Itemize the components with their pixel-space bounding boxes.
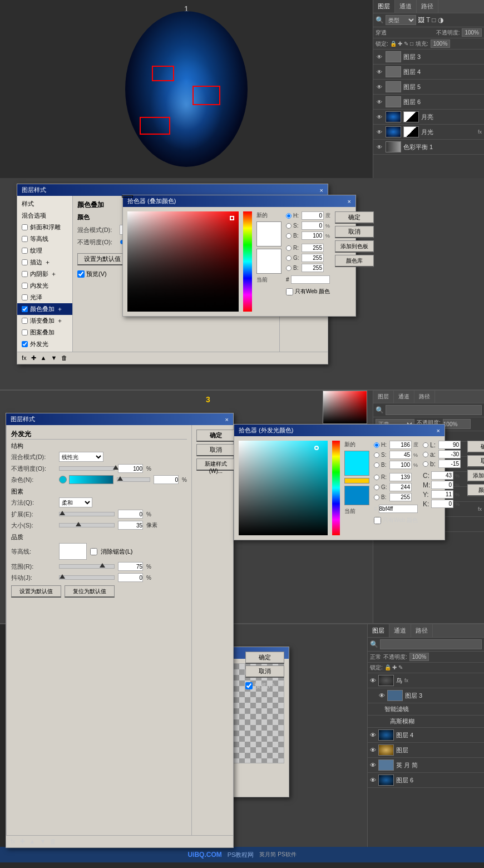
layer-item-6[interactable]: 👁 图层 6 (373, 95, 484, 110)
fx-add[interactable]: ✚ (31, 354, 36, 362)
teal-r-radio[interactable] (374, 475, 379, 480)
visibility-icon[interactable]: 👁 (376, 53, 383, 61)
hex-input[interactable] (291, 275, 330, 284)
teal-y-input[interactable] (431, 490, 453, 499)
layer-item-4[interactable]: 👁 图层 4 (373, 65, 484, 80)
pattern-checkbox[interactable] (22, 329, 28, 336)
og-new-style-button[interactable]: 新建样式(W)... (196, 458, 235, 471)
teal-g-radio[interactable] (374, 485, 379, 490)
visibility-icon[interactable]: 👁 (376, 98, 383, 106)
teal-a-input[interactable] (438, 450, 461, 458)
h-radio[interactable] (286, 213, 292, 219)
color-gradient-area[interactable] (127, 211, 239, 312)
layer4-simple[interactable]: 👁 英 月 简 (368, 758, 484, 773)
r-radio[interactable] (286, 245, 292, 251)
set-default-button[interactable]: 设置为默认值 (77, 253, 127, 265)
vis4-icon[interactable]: 👁 (379, 692, 385, 699)
style-item-contour[interactable]: 等高线 (17, 233, 72, 245)
fx-add2[interactable]: ✚ (20, 838, 25, 845)
og-noise-slider[interactable] (117, 477, 150, 482)
og-range-input[interactable] (118, 562, 143, 571)
og-size-slider[interactable] (59, 523, 115, 527)
color-lib-button[interactable]: 颜色库 (335, 255, 374, 267)
tab-paths4[interactable]: 路径 (411, 624, 433, 637)
add-to-swatches-button[interactable]: 添加到色板 (335, 240, 374, 253)
tab-paths[interactable]: 路径 (417, 0, 438, 13)
vis4-icon[interactable]: 👁 (370, 747, 376, 753)
visibility-icon[interactable]: 👁 (376, 83, 383, 91)
teal-b-radio[interactable] (374, 462, 379, 468)
layer4-layer4[interactable]: 👁 图层 4 (368, 728, 484, 743)
og-spread-slider[interactable] (59, 512, 115, 516)
teal-b3-radio[interactable] (423, 461, 428, 467)
og-method-select[interactable]: 柔和 (59, 497, 92, 507)
visibility-icon[interactable]: 👁 (376, 113, 383, 121)
style-item-gradient[interactable]: 渐变叠加 ＋ (17, 315, 72, 327)
style-item-satin[interactable]: 光泽 (17, 292, 72, 303)
layer-item-5[interactable]: 👁 图层 5 (373, 80, 484, 95)
color-overlay-checkbox[interactable] (22, 306, 28, 312)
style-item-blending[interactable]: 混合选项 (17, 210, 72, 221)
og-jitter-slider[interactable] (59, 575, 115, 580)
tab-layers[interactable]: 图层 (373, 0, 395, 13)
layer4-moon[interactable]: 👁 图层 (368, 743, 484, 758)
opacity-input3[interactable] (443, 419, 471, 429)
teal-h-input[interactable] (389, 441, 412, 449)
og-color-circle[interactable] (59, 476, 67, 484)
style-item-inner-shadow[interactable]: 内阴影 ＋ (17, 268, 72, 280)
teal-c-input[interactable] (431, 471, 453, 480)
teal-s-radio[interactable] (374, 452, 379, 458)
tab-paths3[interactable]: 路径 (414, 391, 435, 403)
fx-move-down[interactable]: ▼ (51, 354, 57, 362)
b2-radio[interactable] (286, 265, 292, 271)
b2-input[interactable] (302, 264, 324, 272)
gradient-checkbox[interactable] (22, 318, 28, 324)
style-item-pattern[interactable]: 图案叠加 (17, 327, 72, 338)
preview-checkbox[interactable] (77, 270, 85, 278)
teal-b3-input[interactable] (438, 460, 461, 468)
tab-channels[interactable]: 通道 (395, 0, 417, 13)
og-contour-curve[interactable] (59, 543, 87, 560)
teal-cancel-button[interactable]: 取消 (467, 455, 484, 467)
gaussian-preview-checkbox[interactable] (245, 682, 253, 689)
layers3-search-input[interactable] (386, 405, 482, 415)
og-range-slider[interactable] (59, 564, 115, 569)
og-spread-input[interactable] (118, 510, 143, 519)
g-radio[interactable] (286, 255, 292, 261)
og-gradient-bar[interactable] (69, 475, 113, 484)
og-cancel-button[interactable]: 取消 (196, 444, 235, 456)
vis4-icon[interactable]: 👁 (370, 677, 376, 684)
outer-glow-checkbox[interactable] (22, 341, 28, 347)
satin-checkbox[interactable] (22, 294, 28, 300)
style-item-texture[interactable]: 纹理 (17, 245, 72, 257)
teal-h-radio[interactable] (374, 442, 379, 448)
layer4-layer6[interactable]: 👁 图层 6 (368, 773, 484, 788)
fx-move-up[interactable]: ▲ (41, 354, 47, 362)
style-item-inner-glow[interactable]: 内发光 (17, 280, 72, 292)
fx-up2[interactable]: ▲ (29, 838, 36, 845)
fx-down2[interactable]: ▼ (39, 838, 46, 845)
teal-spectrum-bar[interactable] (332, 441, 340, 535)
og-blend-select[interactable]: 线性光 (59, 452, 103, 462)
layer-item-balance[interactable]: 👁 色彩平衡 1 (373, 140, 484, 155)
color-spectrum-bar[interactable] (243, 211, 252, 312)
og-noise-input[interactable] (154, 475, 179, 484)
fx-del2[interactable]: 🗑 (50, 838, 56, 845)
texture-checkbox[interactable] (22, 248, 28, 254)
teal-b2-radio[interactable] (374, 495, 379, 500)
teal-k-input[interactable] (431, 500, 453, 508)
tab-layers4[interactable]: 图层 (368, 624, 389, 637)
web-only-checkbox[interactable] (286, 288, 293, 295)
teal-hex-input[interactable] (379, 505, 418, 513)
teal-r-input[interactable] (389, 473, 412, 481)
b-input[interactable] (302, 231, 324, 240)
layers4-search-input[interactable] (380, 639, 482, 649)
og-confirm-button[interactable]: 确定 (196, 430, 235, 442)
visibility-icon[interactable]: 👁 (376, 143, 383, 151)
teal-gradient-area[interactable] (239, 441, 328, 535)
visibility-icon[interactable]: 👁 (376, 68, 383, 76)
color-cancel-button[interactable]: 取消 (335, 226, 374, 238)
teal-l-radio[interactable] (423, 442, 428, 448)
stroke-checkbox[interactable] (22, 259, 28, 265)
style-item-color-overlay[interactable]: 颜色叠加 ＋ (17, 303, 72, 315)
